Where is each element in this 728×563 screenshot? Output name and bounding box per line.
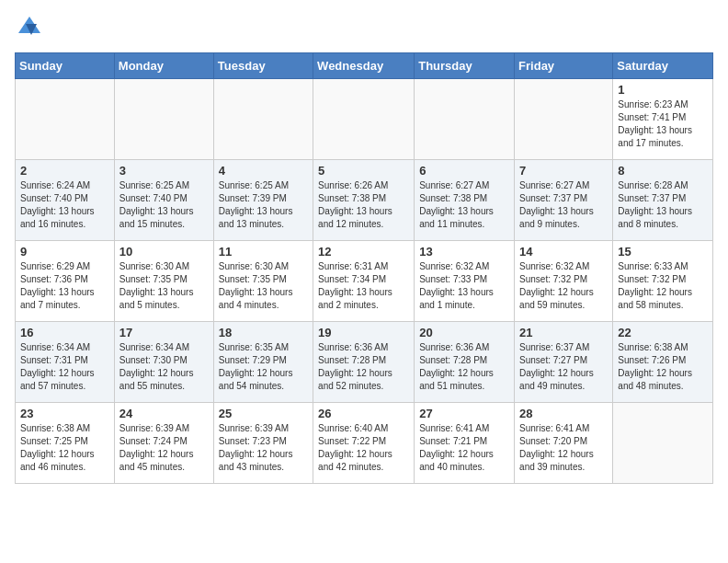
day-number: 6 [419,164,509,178]
weekday-friday: Friday [515,53,613,79]
calendar-cell: 25Sunrise: 6:39 AM Sunset: 7:23 PM Dayli… [213,403,313,484]
calendar-week-5: 23Sunrise: 6:38 AM Sunset: 7:25 PM Dayli… [16,403,713,484]
calendar-cell: 26Sunrise: 6:40 AM Sunset: 7:22 PM Dayli… [313,403,415,484]
day-number: 20 [419,326,509,339]
weekday-thursday: Thursday [415,53,515,79]
calendar-week-1: 1Sunrise: 6:23 AM Sunset: 7:41 PM Daylig… [16,79,713,160]
day-info: Sunrise: 6:41 AM Sunset: 7:21 PM Dayligh… [419,422,509,474]
day-info: Sunrise: 6:41 AM Sunset: 7:20 PM Dayligh… [519,422,608,474]
day-number: 12 [318,245,409,259]
logo [15,15,42,45]
day-info: Sunrise: 6:39 AM Sunset: 7:24 PM Dayligh… [119,422,209,474]
calendar-cell: 12Sunrise: 6:31 AM Sunset: 7:34 PM Dayli… [313,241,415,322]
calendar-cell: 13Sunrise: 6:32 AM Sunset: 7:33 PM Dayli… [415,241,515,322]
calendar-cell [613,403,713,484]
day-number: 27 [419,407,509,420]
day-info: Sunrise: 6:32 AM Sunset: 7:32 PM Dayligh… [519,260,608,312]
day-info: Sunrise: 6:25 AM Sunset: 7:39 PM Dayligh… [219,179,308,231]
calendar-cell: 6Sunrise: 6:27 AM Sunset: 7:38 PM Daylig… [415,160,515,241]
calendar-cell: 9Sunrise: 6:29 AM Sunset: 7:36 PM Daylig… [16,241,115,322]
day-info: Sunrise: 6:30 AM Sunset: 7:35 PM Dayligh… [119,260,209,312]
calendar-cell: 28Sunrise: 6:41 AM Sunset: 7:20 PM Dayli… [515,403,613,484]
calendar-cell: 11Sunrise: 6:30 AM Sunset: 7:35 PM Dayli… [213,241,313,322]
day-number: 25 [219,407,308,420]
day-number: 13 [419,245,509,259]
day-info: Sunrise: 6:30 AM Sunset: 7:35 PM Dayligh… [219,260,308,312]
day-info: Sunrise: 6:24 AM Sunset: 7:40 PM Dayligh… [20,179,109,231]
weekday-header-row: SundayMondayTuesdayWednesdayThursdayFrid… [16,53,713,79]
day-info: Sunrise: 6:40 AM Sunset: 7:22 PM Dayligh… [318,422,409,474]
calendar-week-4: 16Sunrise: 6:34 AM Sunset: 7:31 PM Dayli… [16,322,713,403]
day-info: Sunrise: 6:26 AM Sunset: 7:38 PM Dayligh… [318,179,409,231]
weekday-saturday: Saturday [613,53,713,79]
calendar-cell: 19Sunrise: 6:36 AM Sunset: 7:28 PM Dayli… [313,322,415,403]
day-number: 24 [119,407,209,420]
day-info: Sunrise: 6:32 AM Sunset: 7:33 PM Dayligh… [419,260,509,312]
day-number: 8 [618,164,708,178]
day-info: Sunrise: 6:27 AM Sunset: 7:38 PM Dayligh… [419,179,509,231]
day-info: Sunrise: 6:27 AM Sunset: 7:37 PM Dayligh… [519,179,608,231]
page-container: SundayMondayTuesdayWednesdayThursdayFrid… [0,0,728,491]
calendar-cell: 10Sunrise: 6:30 AM Sunset: 7:35 PM Dayli… [114,241,213,322]
day-number: 28 [519,407,608,420]
day-info: Sunrise: 6:38 AM Sunset: 7:25 PM Dayligh… [20,422,109,474]
calendar-cell: 3Sunrise: 6:25 AM Sunset: 7:40 PM Daylig… [114,160,213,241]
calendar-week-2: 2Sunrise: 6:24 AM Sunset: 7:40 PM Daylig… [16,160,713,241]
calendar-cell: 14Sunrise: 6:32 AM Sunset: 7:32 PM Dayli… [515,241,613,322]
calendar-cell: 7Sunrise: 6:27 AM Sunset: 7:37 PM Daylig… [515,160,613,241]
day-number: 2 [20,164,109,178]
calendar-cell [16,79,115,160]
calendar-cell: 21Sunrise: 6:37 AM Sunset: 7:27 PM Dayli… [515,322,613,403]
calendar-week-3: 9Sunrise: 6:29 AM Sunset: 7:36 PM Daylig… [16,241,713,322]
day-info: Sunrise: 6:23 AM Sunset: 7:41 PM Dayligh… [618,98,708,150]
day-info: Sunrise: 6:39 AM Sunset: 7:23 PM Dayligh… [219,422,308,474]
day-number: 11 [219,245,308,259]
calendar-cell: 5Sunrise: 6:26 AM Sunset: 7:38 PM Daylig… [313,160,415,241]
calendar-cell [313,79,415,160]
weekday-wednesday: Wednesday [313,53,415,79]
day-info: Sunrise: 6:38 AM Sunset: 7:26 PM Dayligh… [618,341,708,393]
day-info: Sunrise: 6:31 AM Sunset: 7:34 PM Dayligh… [318,260,409,312]
day-number: 7 [519,164,608,178]
calendar-cell: 23Sunrise: 6:38 AM Sunset: 7:25 PM Dayli… [16,403,115,484]
day-number: 14 [519,245,608,259]
day-number: 9 [20,245,109,259]
day-info: Sunrise: 6:34 AM Sunset: 7:30 PM Dayligh… [119,341,209,393]
day-number: 15 [618,245,708,259]
calendar-cell: 4Sunrise: 6:25 AM Sunset: 7:39 PM Daylig… [213,160,313,241]
calendar-cell: 16Sunrise: 6:34 AM Sunset: 7:31 PM Dayli… [16,322,115,403]
day-number: 16 [20,326,109,339]
day-number: 10 [119,245,209,259]
day-number: 4 [219,164,308,178]
calendar-cell: 20Sunrise: 6:36 AM Sunset: 7:28 PM Dayli… [415,322,515,403]
day-number: 17 [119,326,209,339]
day-number: 21 [519,326,608,339]
calendar-cell: 1Sunrise: 6:23 AM Sunset: 7:41 PM Daylig… [613,79,713,160]
day-number: 26 [318,407,409,420]
day-number: 23 [20,407,109,420]
day-info: Sunrise: 6:34 AM Sunset: 7:31 PM Dayligh… [20,341,109,393]
calendar-cell: 15Sunrise: 6:33 AM Sunset: 7:32 PM Dayli… [613,241,713,322]
day-number: 18 [219,326,308,339]
calendar-cell: 24Sunrise: 6:39 AM Sunset: 7:24 PM Dayli… [114,403,213,484]
calendar-cell [515,79,613,160]
logo-icon [17,15,42,40]
weekday-monday: Monday [114,53,213,79]
calendar-cell [415,79,515,160]
calendar-cell: 27Sunrise: 6:41 AM Sunset: 7:21 PM Dayli… [415,403,515,484]
day-info: Sunrise: 6:37 AM Sunset: 7:27 PM Dayligh… [519,341,608,393]
calendar-table: SundayMondayTuesdayWednesdayThursdayFrid… [15,52,713,484]
day-number: 22 [618,326,708,339]
calendar-cell: 8Sunrise: 6:28 AM Sunset: 7:37 PM Daylig… [613,160,713,241]
weekday-tuesday: Tuesday [213,53,313,79]
day-info: Sunrise: 6:35 AM Sunset: 7:29 PM Dayligh… [219,341,308,393]
page-header [15,15,713,45]
calendar-cell: 2Sunrise: 6:24 AM Sunset: 7:40 PM Daylig… [16,160,115,241]
calendar-cell: 18Sunrise: 6:35 AM Sunset: 7:29 PM Dayli… [213,322,313,403]
day-info: Sunrise: 6:36 AM Sunset: 7:28 PM Dayligh… [318,341,409,393]
day-info: Sunrise: 6:36 AM Sunset: 7:28 PM Dayligh… [419,341,509,393]
day-info: Sunrise: 6:28 AM Sunset: 7:37 PM Dayligh… [618,179,708,231]
day-number: 1 [618,83,708,97]
calendar-cell: 17Sunrise: 6:34 AM Sunset: 7:30 PM Dayli… [114,322,213,403]
day-info: Sunrise: 6:29 AM Sunset: 7:36 PM Dayligh… [20,260,109,312]
